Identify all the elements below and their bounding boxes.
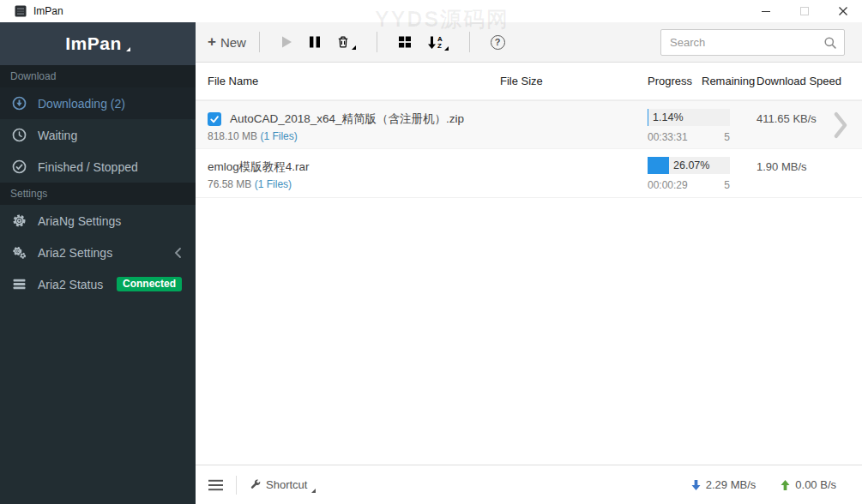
column-header-download-speed: Download Speed <box>757 75 841 87</box>
play-icon <box>280 35 293 49</box>
file-size: 76.58 MB <box>208 178 251 190</box>
app-logo[interactable]: ImPan <box>0 22 196 65</box>
progress-percent: 1.14% <box>653 111 683 123</box>
delete-button[interactable] <box>336 35 356 49</box>
global-upload-speed: 0.00 B/s <box>780 478 836 491</box>
download-row[interactable]: AutoCAD_2018_x64_精简版（含注册机）.zip 818.10 MB… <box>196 100 862 149</box>
search-box <box>660 29 845 56</box>
download-speed: 411.65 KB/s <box>757 112 817 125</box>
upload-arrow-icon <box>780 479 791 491</box>
sidebar-section-download: Download <box>0 65 196 87</box>
table-header: File Name File Size Progress Remaining D… <box>196 63 862 100</box>
row-detail-chevron[interactable] <box>833 110 848 144</box>
help-button[interactable]: ? <box>491 35 505 50</box>
sidebar-item-label: Downloading (2) <box>38 97 125 111</box>
maximize-button[interactable] <box>785 0 823 22</box>
chevron-right-icon <box>833 110 848 141</box>
check-icon <box>209 114 220 124</box>
grid-icon <box>398 35 412 49</box>
status-bar: Shortcut 2.29 MB/s 0.00 B/s <box>196 465 862 504</box>
sidebar-item-aria2-status[interactable]: Aria2 Status Connected <box>0 268 196 300</box>
sidebar-item-waiting[interactable]: Waiting <box>0 119 196 151</box>
toolbar-divider <box>469 32 470 52</box>
close-button[interactable] <box>823 0 862 22</box>
app-window: ImPan YYDS源码网 ImPan Download <box>0 0 862 504</box>
sidebar-item-downloading[interactable]: Downloading (2) <box>0 87 196 119</box>
gear-icon <box>12 213 27 228</box>
progress-percent: 26.07% <box>673 159 709 171</box>
sidebar-item-ariang-settings[interactable]: AriaNg Settings <box>0 205 196 237</box>
minimize-icon <box>762 11 770 12</box>
pause-button[interactable] <box>309 35 321 49</box>
plus-icon: + <box>208 33 216 51</box>
shortcut-button[interactable]: Shortcut <box>250 478 316 491</box>
window-controls <box>746 0 862 22</box>
global-speeds: 2.29 MB/s 0.00 B/s <box>690 478 836 491</box>
maximize-icon <box>800 7 809 15</box>
sidebar-item-finished-stopped[interactable]: Finished / Stopped <box>0 151 196 183</box>
footer-menu-button[interactable] <box>208 479 223 491</box>
arrow-circle-down-icon <box>12 96 27 111</box>
file-size: 818.10 MB <box>208 130 257 142</box>
new-button-label: New <box>220 35 246 50</box>
pause-icon <box>309 35 321 49</box>
sidebar-section-settings: Settings <box>0 183 196 205</box>
sort-az-icon: A Z <box>437 36 443 50</box>
file-name: AutoCAD_2018_x64_精简版（含注册机）.zip <box>230 111 464 127</box>
file-size-info: 818.10 MB (1 Files) <box>208 130 298 142</box>
download-arrow-icon <box>690 479 702 491</box>
view-toggle-button[interactable] <box>398 35 412 49</box>
connection-count: 5 <box>648 179 730 191</box>
main-panel: + New <box>196 22 862 504</box>
caret-down-icon <box>126 47 130 51</box>
caret-down-icon <box>311 489 316 493</box>
progress-bar: 26.07% <box>648 157 730 174</box>
search-icon[interactable] <box>823 36 837 50</box>
sidebar-item-label: Waiting <box>38 129 77 142</box>
sidebar-item-aria2-settings[interactable]: Aria2 Settings <box>0 237 196 268</box>
caret-down-icon <box>352 45 356 50</box>
connection-count: 5 <box>648 131 730 143</box>
column-header-file-size: File Size <box>500 75 543 87</box>
chevron-left-icon[interactable] <box>174 247 182 259</box>
progress-fill <box>648 157 669 174</box>
files-count-link[interactable]: (1 Files) <box>260 130 297 142</box>
download-speed: 1.90 MB/s <box>757 160 807 173</box>
check-circle-icon <box>12 159 27 174</box>
caret-down-icon <box>444 46 449 51</box>
app-icon <box>15 5 27 17</box>
file-name: emlog模版教程4.rar <box>208 159 310 175</box>
global-upload-speed-value: 0.00 B/s <box>795 478 836 491</box>
sidebar-item-label: Finished / Stopped <box>38 160 138 174</box>
global-download-speed-value: 2.29 MB/s <box>706 478 757 491</box>
wrench-icon <box>250 479 262 491</box>
toolbar: + New <box>196 22 862 63</box>
window-title: ImPan <box>33 5 63 17</box>
new-download-button[interactable]: + New <box>208 33 246 51</box>
toolbar-divider <box>377 32 377 52</box>
sidebar-item-label: Aria2 Settings <box>38 246 112 260</box>
sort-button[interactable]: A Z <box>427 35 449 50</box>
progress-bar: 1.14% <box>648 109 730 126</box>
search-input[interactable] <box>670 36 823 49</box>
shortcut-label: Shortcut <box>266 478 307 491</box>
app-logo-label: ImPan <box>65 33 122 54</box>
global-download-speed: 2.29 MB/s <box>690 478 757 491</box>
clock-icon <box>12 128 27 142</box>
start-button[interactable] <box>280 35 293 49</box>
row-checkbox[interactable] <box>208 112 221 126</box>
help-icon: ? <box>491 35 505 50</box>
toolbar-divider <box>259 32 260 52</box>
status-badge: Connected <box>117 277 182 291</box>
minimize-button[interactable] <box>746 0 785 22</box>
close-icon <box>838 6 848 16</box>
files-count-link[interactable]: (1 Files) <box>255 178 292 190</box>
column-header-file-name: File Name <box>208 75 258 87</box>
sidebar-item-label: Aria2 Status <box>38 278 103 291</box>
file-size-info: 76.58 MB (1 Files) <box>208 178 292 190</box>
footer-divider <box>236 476 237 495</box>
trash-icon <box>336 35 350 49</box>
column-header-progress: Progress <box>648 75 692 87</box>
hamburger-icon <box>208 479 223 491</box>
download-row[interactable]: emlog模版教程4.rar 76.58 MB (1 Files) 26.07%… <box>196 149 862 198</box>
